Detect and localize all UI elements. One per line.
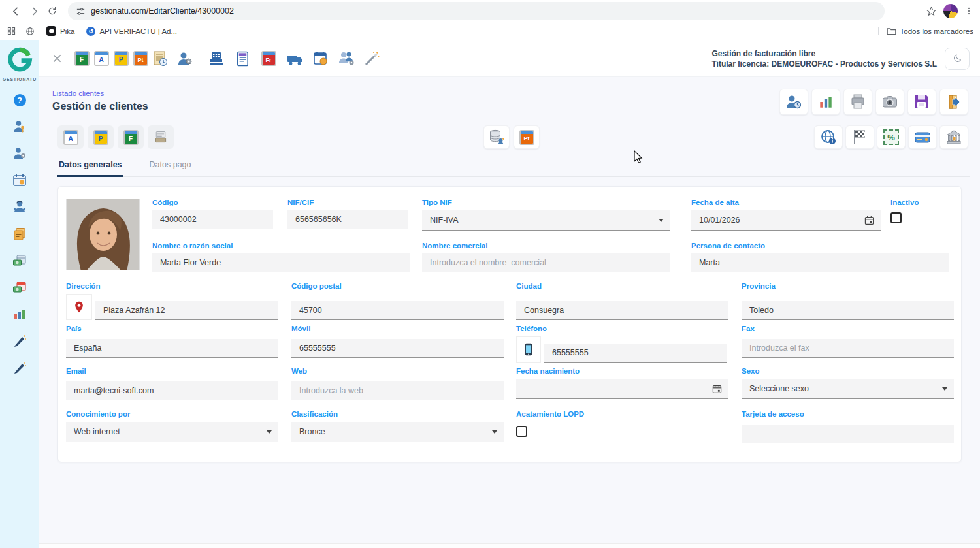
toolbar-truck-button[interactable] xyxy=(286,49,304,69)
client-database-button[interactable] xyxy=(483,125,510,149)
tipo-nif-select[interactable]: NIF-IVA xyxy=(422,210,670,231)
toolbar-users-group-button[interactable] xyxy=(337,49,355,69)
razon-social-input[interactable] xyxy=(152,253,410,272)
money-calendar-icon xyxy=(12,253,27,268)
toolbar-ledger-button[interactable] xyxy=(152,49,169,69)
back-button[interactable] xyxy=(7,2,25,20)
app-header: F A P Pt Fr Gestión de facturación libre… xyxy=(39,40,980,77)
client-photo[interactable] xyxy=(66,199,140,270)
all-bookmarks-button[interactable]: Todos los marcadores xyxy=(878,27,974,35)
codigo-postal-input[interactable] xyxy=(291,301,504,320)
toolbar-wizard-button[interactable] xyxy=(363,49,380,69)
tipo-nif-value: NIF-IVA xyxy=(430,216,459,225)
toolbar-presupuestos-button[interactable]: P xyxy=(112,49,129,69)
bank-button[interactable] xyxy=(939,125,968,149)
persona-contacto-label: Persona de contacto xyxy=(691,242,949,250)
toolbar-partes-button[interactable]: Pt xyxy=(132,49,149,69)
client-form-card: Código NIF/CIF Tipo NIF NIF-IVA Fecha de… xyxy=(57,186,962,462)
presupuesto-tile-button[interactable]: P xyxy=(88,125,114,149)
web-info-button[interactable] xyxy=(814,125,843,149)
sidebar-item-payments-due[interactable] xyxy=(12,280,27,295)
map-pin-icon xyxy=(73,300,86,314)
sidebar-item-worker[interactable] xyxy=(12,199,27,215)
inactivo-checkbox[interactable] xyxy=(890,212,902,223)
discounts-button[interactable]: % xyxy=(877,125,906,149)
forward-button[interactable] xyxy=(25,2,43,20)
address-bar[interactable]: gestionatu.com/EditarCliente/43000002 xyxy=(68,2,885,20)
factura-tile-button[interactable]: F xyxy=(118,125,144,149)
globe-icon xyxy=(25,27,35,36)
pais-input[interactable] xyxy=(66,339,278,358)
nif-input[interactable] xyxy=(287,210,408,229)
movil-input[interactable] xyxy=(291,339,504,358)
clasificacion-select[interactable]: Bronce xyxy=(291,422,504,442)
print-button[interactable] xyxy=(843,89,872,115)
client-history-button[interactable] xyxy=(779,89,808,115)
breadcrumb[interactable]: Listado clientes xyxy=(52,89,104,97)
profile-avatar[interactable] xyxy=(943,4,958,18)
toolbar-calendar-button[interactable] xyxy=(312,49,329,69)
close-button[interactable] xyxy=(48,49,65,69)
toolbar-albaranes-button[interactable]: A xyxy=(93,49,110,69)
bookmark-star-icon[interactable] xyxy=(926,6,937,17)
save-button[interactable] xyxy=(907,89,936,115)
dark-mode-toggle[interactable] xyxy=(945,48,970,70)
telefono-input[interactable] xyxy=(544,344,727,363)
sidebar-item-calendar[interactable] xyxy=(12,172,27,188)
provincia-input[interactable] xyxy=(742,301,954,320)
toolbar-register-button[interactable] xyxy=(208,49,225,69)
horizontal-scrollbar[interactable] xyxy=(39,543,980,548)
toolbar-receipt-button[interactable] xyxy=(234,49,251,69)
fecha-nacimiento-input[interactable] xyxy=(516,379,728,399)
sidebar-item-payments[interactable] xyxy=(12,253,27,268)
back-arrow-icon xyxy=(10,6,22,17)
payment-card-button[interactable] xyxy=(908,125,937,149)
exit-button[interactable] xyxy=(939,89,968,115)
direccion-input[interactable] xyxy=(95,301,278,320)
ciudad-input[interactable] xyxy=(516,301,728,320)
license-title: Gestión de facturación libre xyxy=(711,48,937,59)
phone-button[interactable] xyxy=(516,336,541,363)
toolbar-facturas-button[interactable]: F xyxy=(73,49,90,69)
toolbar-user-config-button[interactable] xyxy=(176,49,193,69)
sidebar-item-documents[interactable] xyxy=(12,226,27,242)
sidebar-item-users-config[interactable] xyxy=(12,146,27,161)
tab-datos-pago[interactable]: Datos pago xyxy=(148,160,193,176)
persona-contacto-input[interactable] xyxy=(691,253,949,272)
lopd-checkbox[interactable] xyxy=(516,426,527,437)
map-button[interactable] xyxy=(66,294,92,320)
nombre-comercial-input[interactable] xyxy=(422,253,670,272)
email-input[interactable] xyxy=(66,381,278,400)
register-tile-button[interactable] xyxy=(148,125,174,149)
sidebar-item-stats[interactable] xyxy=(12,306,27,322)
tarjeta-input[interactable] xyxy=(742,425,954,443)
apps-grid-icon[interactable] xyxy=(7,26,16,36)
toolbar-fr-button[interactable]: Fr xyxy=(260,49,277,69)
albaran-tile-button[interactable]: A xyxy=(57,125,84,149)
sidebar-item-signature-2[interactable] xyxy=(12,360,27,376)
client-stats-button[interactable] xyxy=(811,89,840,115)
fecha-alta-input[interactable]: 10/01/2026 xyxy=(691,210,881,231)
conocimiento-select[interactable]: Web internet xyxy=(66,422,278,442)
clasificacion-value: Bronce xyxy=(299,427,325,436)
sidebar-item-signature[interactable] xyxy=(12,333,27,349)
bookmark-pika[interactable]: Pika xyxy=(46,26,74,36)
bookmark-verifactu[interactable]: ↺API VERIFACTU | Ad... xyxy=(86,27,177,36)
fax-input[interactable] xyxy=(742,339,954,358)
chevron-down-icon xyxy=(942,387,947,391)
pt-tile-button[interactable]: Pt xyxy=(514,125,540,149)
sidebar-item-clients[interactable] xyxy=(12,119,27,135)
web-input[interactable] xyxy=(291,381,504,400)
photo-button[interactable] xyxy=(875,89,904,115)
tab-bar: Datos generales Datos pago xyxy=(57,160,970,177)
objectives-button[interactable] xyxy=(845,125,874,149)
sexo-select[interactable]: Seleccione sexo xyxy=(742,379,954,399)
reload-button[interactable] xyxy=(43,2,61,20)
tab-datos-generales[interactable]: Datos generales xyxy=(57,160,123,177)
chrome-menu-icon[interactable] xyxy=(964,6,973,16)
sidebar-item-help[interactable]: ? xyxy=(12,92,27,108)
app-logo[interactable] xyxy=(6,46,33,76)
exit-door-icon xyxy=(945,93,962,110)
bookmark-globe[interactable] xyxy=(25,27,35,36)
codigo-input[interactable] xyxy=(152,210,273,229)
